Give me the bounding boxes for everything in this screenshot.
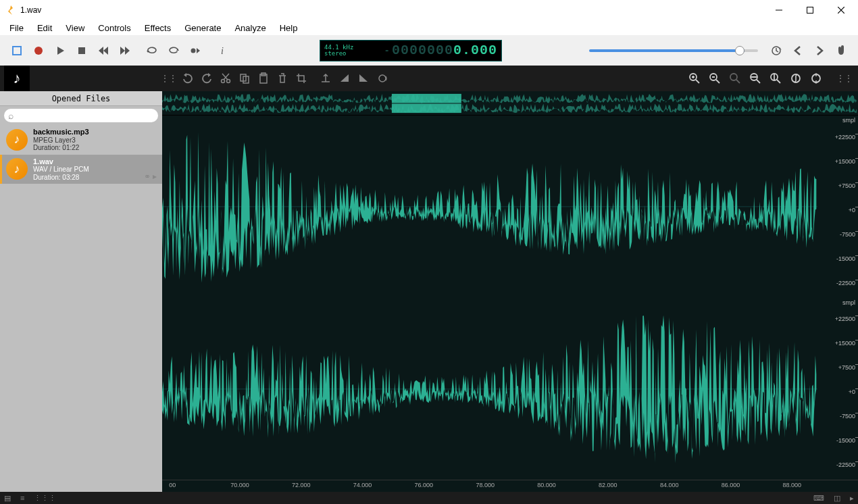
channel-right[interactable]: smpl+22500+15000+7500+0-7500-15000-22500 — [162, 298, 858, 480]
nav-forward-button[interactable] — [809, 41, 830, 61]
menu-help[interactable]: Help — [273, 21, 305, 35]
sidebar-header: Opened Files — [0, 91, 162, 106]
music-file-icon: ♪ — [6, 129, 28, 151]
crop-button[interactable] — [292, 69, 311, 88]
normalize-button[interactable] — [316, 69, 335, 88]
waveform-area[interactable]: smpl+22500+15000+7500+0-7500-15000-22500… — [162, 91, 858, 492]
redo-button[interactable] — [197, 69, 216, 88]
fade-out-button[interactable] — [354, 69, 373, 88]
maximize-button[interactable] — [794, 0, 826, 20]
timeline-tick: 82.000 — [599, 482, 617, 488]
search-icon: ⌕ — [8, 110, 14, 121]
link-indicator-icon: ⚭ ▸ — [144, 172, 157, 181]
app-icon — [5, 5, 16, 16]
menu-generate[interactable]: Generate — [178, 21, 228, 35]
file-format: MPEG Layer3 — [33, 136, 89, 145]
effects-button[interactable] — [373, 69, 392, 88]
drag-handle-right-icon[interactable]: ⋮⋮ — [835, 69, 854, 88]
file-name: backmusic.mp3 — [33, 128, 89, 136]
zoom-in-button[interactable] — [685, 69, 704, 88]
window-title: 1.wav — [20, 5, 763, 15]
menu-effects[interactable]: Effects — [138, 21, 178, 35]
ruler-tick: -7500 — [840, 231, 855, 238]
svg-rect-3 — [78, 47, 85, 54]
loop-button[interactable] — [142, 41, 162, 61]
paste-button[interactable] — [254, 69, 273, 88]
record-button[interactable] — [28, 41, 49, 61]
fade-in-button[interactable] — [335, 69, 354, 88]
timeline-tick: 88.000 — [783, 482, 802, 488]
menu-controls[interactable]: Controls — [91, 21, 137, 35]
ruler-tick: +22500 — [835, 134, 855, 141]
ruler-tick: +0 — [849, 388, 855, 395]
ruler-tick: +7500 — [838, 364, 855, 371]
titlebar: 1.wav — [0, 0, 858, 20]
zoom-vertical-in-button[interactable] — [786, 69, 805, 88]
waveform-channels[interactable]: smpl+22500+15000+7500+0-7500-15000-22500… — [162, 116, 858, 480]
menu-analyze[interactable]: Analyze — [228, 21, 272, 35]
timeline-tick: 76.000 — [415, 482, 434, 488]
delete-button[interactable] — [273, 69, 292, 88]
forward-button[interactable] — [115, 41, 135, 61]
menu-file[interactable]: File — [3, 21, 30, 35]
status-keyboard-icon[interactable]: ⌨ — [813, 494, 824, 503]
undo-button[interactable] — [178, 69, 197, 88]
loop-selection-button[interactable] — [163, 41, 184, 61]
time-negative-sign: - — [384, 45, 390, 56]
channel-left[interactable]: smpl+22500+15000+7500+0-7500-15000-22500 — [162, 116, 858, 298]
nav-back-button[interactable] — [788, 41, 808, 61]
ruler-unit-label: smpl — [842, 117, 855, 124]
drag-handle-icon[interactable]: ⋮⋮ — [159, 69, 178, 88]
svg-point-4 — [191, 48, 196, 53]
view-lines-icon[interactable]: ≡ — [20, 494, 24, 502]
menu-edit[interactable]: Edit — [30, 21, 59, 35]
timeline-tick: 74.000 — [353, 482, 372, 488]
stop-to-start-button[interactable] — [7, 41, 27, 61]
record-mode-button[interactable] — [185, 41, 205, 61]
edit-toolbar: ♪ ⋮⋮ ⋮⋮ — [0, 66, 858, 91]
zoom-out-button[interactable] — [705, 69, 724, 88]
ruler-tick: -22500 — [836, 461, 855, 468]
ruler-tick: +15000 — [835, 340, 855, 347]
view-grid-icon[interactable]: ⋮⋮⋮ — [34, 494, 56, 503]
zoom-fit-button[interactable] — [746, 69, 765, 88]
search-input[interactable]: ⌕ — [4, 109, 158, 122]
ruler-tick: +15000 — [835, 158, 855, 165]
zoom-vertical-out-button[interactable] — [807, 69, 826, 88]
main-area: Opened Files ⌕ ♪ backmusic.mp3 MPEG Laye… — [0, 91, 858, 492]
menu-view[interactable]: View — [59, 21, 91, 35]
file-duration: Duration: 03:28 — [33, 174, 89, 182]
file-item[interactable]: ♪ backmusic.mp3 MPEG Layer3 Duration: 01… — [0, 125, 162, 155]
waveform-overview[interactable] — [162, 91, 858, 116]
volume-thumb[interactable] — [735, 46, 745, 55]
view-list-icon[interactable]: ▤ — [4, 494, 11, 503]
hand-tool-button[interactable] — [831, 41, 851, 61]
status-arrow-icon[interactable]: ▸ — [850, 494, 854, 503]
app-logo[interactable]: ♪ — [4, 66, 30, 91]
play-button[interactable] — [50, 41, 70, 61]
svg-rect-1 — [13, 47, 21, 55]
svg-rect-0 — [807, 7, 813, 14]
file-item[interactable]: ♪ 1.wav WAV / Linear PCM Duration: 03:28… — [0, 155, 162, 184]
zoom-selection-button[interactable] — [726, 69, 745, 88]
close-button[interactable] — [826, 0, 857, 20]
music-file-icon: ♪ — [6, 158, 28, 180]
svg-point-2 — [34, 47, 43, 55]
stop-button[interactable] — [72, 41, 92, 61]
cut-button[interactable] — [216, 69, 235, 88]
file-list: ♪ backmusic.mp3 MPEG Layer3 Duration: 01… — [0, 125, 162, 184]
timeline-tick: 72.000 — [292, 482, 311, 488]
info-button[interactable]: i — [212, 41, 232, 61]
timeline-tick: 70.000 — [230, 482, 249, 488]
ruler-tick: -7500 — [840, 413, 855, 420]
timeline-tick: 86.000 — [722, 482, 740, 488]
status-window-icon[interactable]: ◫ — [834, 494, 840, 503]
time-display[interactable]: 44.1 kHz stereo - 00000000.000 — [320, 40, 502, 61]
timeline-ruler[interactable]: 0070.00072.00074.00076.00078.00080.00082… — [162, 480, 858, 492]
rewind-button[interactable] — [93, 41, 113, 61]
minimize-button[interactable] — [763, 0, 794, 20]
history-button[interactable] — [766, 41, 786, 61]
copy-button[interactable] — [235, 69, 254, 88]
zoom-all-button[interactable] — [766, 69, 785, 88]
volume-slider[interactable] — [589, 49, 758, 52]
